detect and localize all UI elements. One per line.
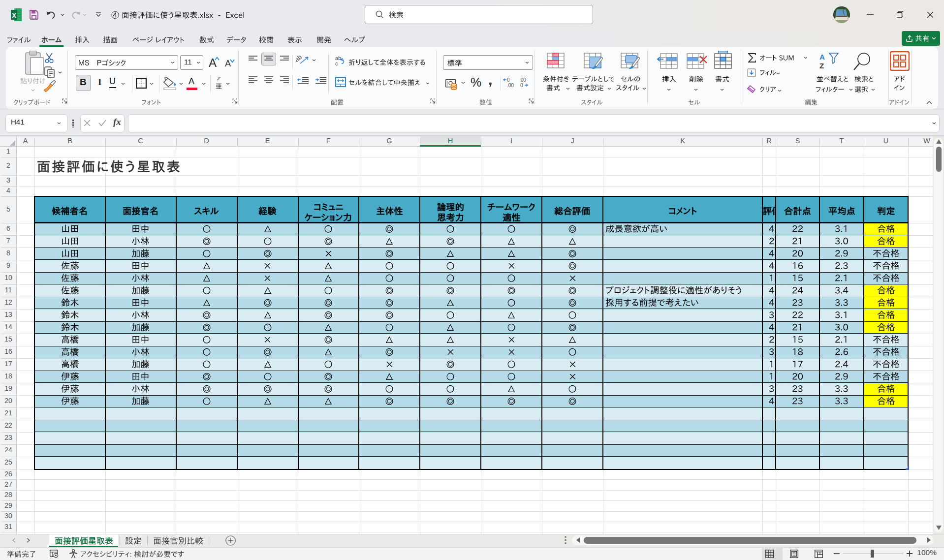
svg-text:Z: Z: [819, 62, 824, 70]
svg-text:.00: .00: [519, 77, 526, 83]
svg-text:ab: ab: [296, 54, 303, 63]
svg-text:.00: .00: [507, 83, 514, 88]
svg-text:X: X: [12, 12, 16, 19]
svg-text:ab: ab: [335, 56, 341, 61]
svg-text:c: c: [335, 61, 338, 66]
svg-text:0: 0: [520, 83, 523, 88]
svg-text:A: A: [819, 53, 825, 61]
svg-text:0: 0: [507, 77, 510, 83]
